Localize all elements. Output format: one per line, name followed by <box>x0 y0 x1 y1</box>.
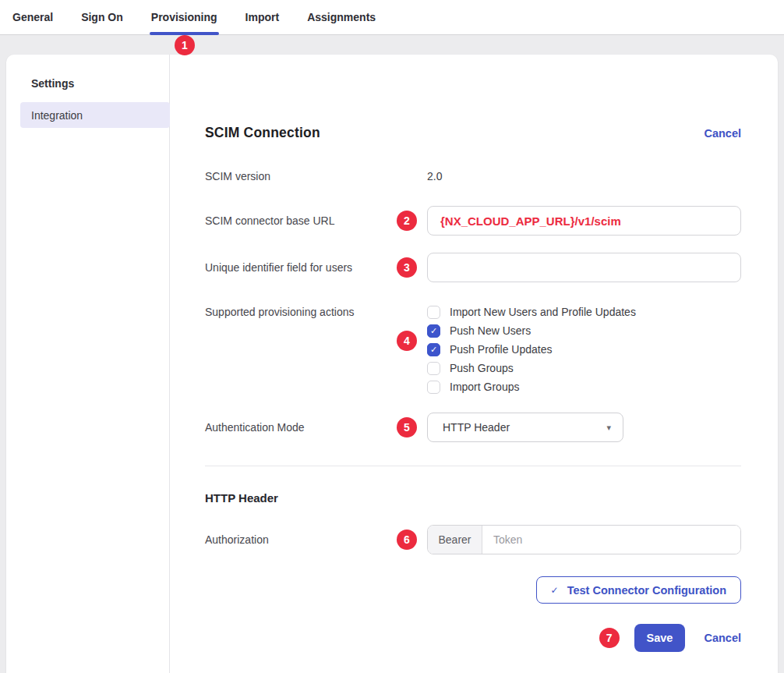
base-url-input[interactable] <box>427 206 741 236</box>
page-title: SCIM Connection <box>205 125 320 141</box>
authorization-input-group: Bearer <box>427 525 741 554</box>
checkbox-checked-icon <box>427 343 440 356</box>
scim-version-value: 2.0 <box>427 170 442 182</box>
tab-general[interactable]: General <box>12 0 53 34</box>
step-badge-2: 2 <box>397 211 417 231</box>
step-badge-1: 1 <box>175 35 195 55</box>
tab-provisioning[interactable]: Provisioning <box>151 0 217 34</box>
tab-assignments[interactable]: Assignments <box>307 0 376 34</box>
step-badge-7: 7 <box>599 628 620 648</box>
checkbox-label: Push Groups <box>450 362 514 374</box>
checkbox-import-groups[interactable]: Import Groups <box>427 377 741 396</box>
checkbox-icon <box>427 381 440 394</box>
scim-version-label: SCIM version <box>205 170 427 182</box>
test-connector-configuration-button[interactable]: ✓ Test Connector Configuration <box>536 576 741 604</box>
step-badge-4: 4 <box>397 331 417 351</box>
sidebar-item-label: Integration <box>31 109 83 122</box>
checkbox-push-profile-updates[interactable]: Push Profile Updates <box>427 340 741 359</box>
unique-id-label: Unique identifier field for users <box>205 261 427 274</box>
settings-sidebar: Settings Integration <box>6 55 170 673</box>
provisioning-actions-label: Supported provisioning actions <box>205 303 427 321</box>
tab-sign-on[interactable]: Sign On <box>81 0 123 34</box>
tab-import[interactable]: Import <box>245 0 280 34</box>
http-header-section-title: HTTP Header <box>205 491 741 506</box>
check-icon: ✓ <box>551 585 559 596</box>
auth-mode-select[interactable]: HTTP Header ▾ <box>427 413 623 442</box>
sidebar-item-integration[interactable]: Integration <box>20 102 170 128</box>
checkbox-label: Import New Users and Profile Updates <box>450 306 636 318</box>
sidebar-section-label: Settings <box>31 77 169 90</box>
base-url-label: SCIM connector base URL <box>205 214 427 227</box>
test-connector-configuration-label: Test Connector Configuration <box>567 584 726 597</box>
cancel-link-top[interactable]: Cancel <box>704 127 741 140</box>
checkbox-label: Import Groups <box>450 381 519 393</box>
checkbox-push-groups[interactable]: Push Groups <box>427 359 741 377</box>
chevron-down-icon: ▾ <box>606 423 611 433</box>
checkbox-icon <box>427 362 440 375</box>
auth-mode-label: Authentication Mode <box>205 421 427 434</box>
checkbox-push-new-users[interactable]: Push New Users <box>427 321 741 340</box>
authorization-label: Authorization <box>205 533 427 546</box>
checkbox-label: Push Profile Updates <box>450 343 553 356</box>
step-badge-3: 3 <box>397 257 417 278</box>
checkbox-icon <box>427 306 440 319</box>
token-input[interactable] <box>482 526 740 554</box>
app-tab-bar: General Sign On Provisioning Import Assi… <box>0 0 784 35</box>
unique-id-input[interactable] <box>427 253 741 282</box>
checkbox-import-new-users[interactable]: Import New Users and Profile Updates <box>427 303 741 321</box>
checkbox-checked-icon <box>427 324 440 338</box>
scim-connection-form: SCIM Connection Cancel SCIM version 2.0 … <box>170 55 778 673</box>
save-button[interactable]: Save <box>634 624 686 652</box>
checkbox-label: Push New Users <box>450 324 531 337</box>
step-badge-6: 6 <box>397 530 417 550</box>
section-divider <box>205 466 741 466</box>
cancel-button-bottom[interactable]: Cancel <box>704 632 741 644</box>
step-badge-5: 5 <box>397 417 417 437</box>
auth-mode-selected-value: HTTP Header <box>443 421 510 434</box>
provisioning-card: Settings Integration SCIM Connection Can… <box>6 55 778 673</box>
bearer-prefix: Bearer <box>428 526 482 554</box>
